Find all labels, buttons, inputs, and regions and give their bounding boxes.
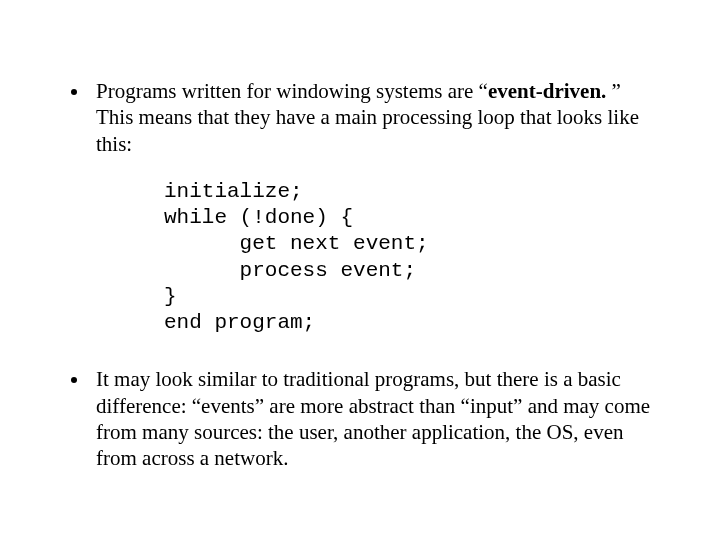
bullet-item-1: Programs written for windowing systems a… <box>90 78 660 336</box>
bullet1-bold: event-driven. <box>488 79 606 103</box>
bullet1-pre: Programs written for windowing systems a… <box>96 79 488 103</box>
slide: Programs written for windowing systems a… <box>0 0 720 540</box>
bullet-list: Programs written for windowing systems a… <box>60 78 660 471</box>
bullet-item-2: It may look similar to traditional progr… <box>90 366 660 471</box>
code-block: initialize; while (!done) { get next eve… <box>164 179 660 337</box>
